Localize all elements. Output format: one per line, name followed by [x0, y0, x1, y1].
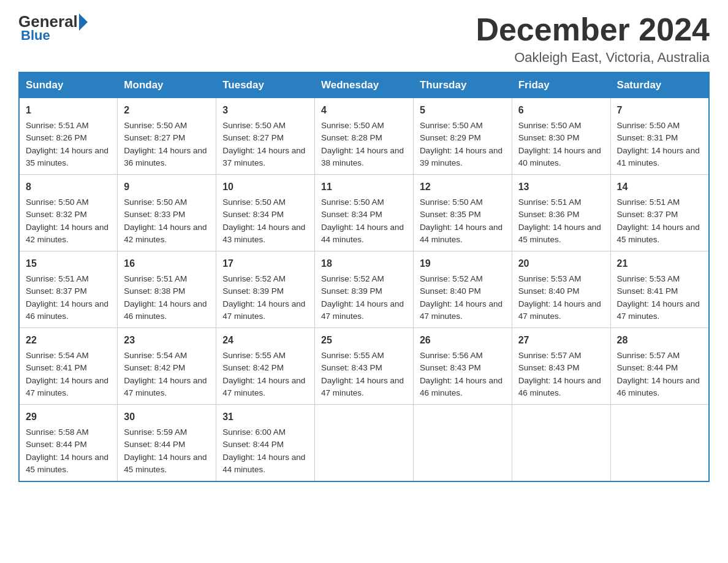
calendar-week-row: 15 Sunrise: 5:51 AM Sunset: 8:37 PM Dayl… — [19, 251, 709, 328]
sunset-label: Sunset: 8:32 PM — [26, 210, 87, 219]
daylight-label: Daylight: 14 hours and 47 minutes. — [124, 376, 207, 397]
sunset-label: Sunset: 8:41 PM — [617, 286, 678, 296]
daylight-label: Daylight: 14 hours and 44 minutes. — [321, 223, 404, 244]
table-row: 23 Sunrise: 5:54 AM Sunset: 8:42 PM Dayl… — [118, 328, 216, 405]
sunrise-label: Sunrise: 5:51 AM — [26, 274, 89, 283]
logo: General Blue — [18, 12, 88, 44]
sunset-label: Sunset: 8:35 PM — [420, 210, 481, 219]
day-number: 19 — [420, 256, 506, 271]
sunset-label: Sunset: 8:44 PM — [222, 440, 284, 449]
day-number: 6 — [518, 103, 604, 118]
table-row: 25 Sunrise: 5:55 AM Sunset: 8:43 PM Dayl… — [315, 328, 414, 405]
table-row: 19 Sunrise: 5:52 AM Sunset: 8:40 PM Dayl… — [413, 251, 512, 328]
table-row: 21 Sunrise: 5:53 AM Sunset: 8:41 PM Dayl… — [610, 251, 709, 328]
logo-triangle-icon — [79, 13, 88, 31]
day-number: 30 — [124, 410, 210, 424]
daylight-label: Daylight: 14 hours and 42 minutes. — [26, 223, 108, 244]
table-row: 27 Sunrise: 5:57 AM Sunset: 8:43 PM Dayl… — [512, 328, 610, 405]
day-number: 17 — [222, 256, 308, 271]
sunrise-label: Sunrise: 5:55 AM — [222, 351, 286, 360]
day-number: 27 — [518, 333, 604, 348]
sunrise-label: Sunrise: 5:55 AM — [321, 351, 384, 360]
sunrise-label: Sunrise: 5:51 AM — [26, 121, 89, 130]
day-number: 9 — [124, 180, 210, 194]
daylight-label: Daylight: 14 hours and 46 minutes. — [124, 299, 207, 321]
day-number: 1 — [26, 103, 111, 118]
sunrise-label: Sunrise: 5:52 AM — [321, 274, 384, 283]
table-row: 24 Sunrise: 5:55 AM Sunset: 8:42 PM Dayl… — [216, 328, 315, 405]
daylight-label: Daylight: 14 hours and 47 minutes. — [26, 376, 108, 397]
table-row: 5 Sunrise: 5:50 AM Sunset: 8:29 PM Dayli… — [413, 98, 512, 175]
sunrise-label: Sunrise: 5:50 AM — [420, 121, 483, 130]
sunrise-label: Sunrise: 5:58 AM — [26, 427, 89, 437]
sunrise-label: Sunrise: 5:51 AM — [518, 197, 582, 207]
table-row — [315, 405, 414, 482]
sunset-label: Sunset: 8:43 PM — [420, 363, 481, 372]
daylight-label: Daylight: 14 hours and 47 minutes. — [420, 299, 502, 321]
table-row: 1 Sunrise: 5:51 AM Sunset: 8:26 PM Dayli… — [19, 98, 118, 175]
table-row: 12 Sunrise: 5:50 AM Sunset: 8:35 PM Dayl… — [413, 175, 512, 251]
daylight-label: Daylight: 14 hours and 40 minutes. — [518, 146, 601, 167]
col-friday: Friday — [512, 72, 610, 98]
calendar-week-row: 22 Sunrise: 5:54 AM Sunset: 8:41 PM Dayl… — [19, 328, 709, 405]
table-row: 6 Sunrise: 5:50 AM Sunset: 8:30 PM Dayli… — [512, 98, 610, 175]
sunset-label: Sunset: 8:27 PM — [124, 133, 185, 142]
day-number: 2 — [124, 103, 210, 118]
table-row: 30 Sunrise: 5:59 AM Sunset: 8:44 PM Dayl… — [118, 405, 216, 482]
sunset-label: Sunset: 8:44 PM — [617, 363, 678, 372]
sunset-label: Sunset: 8:31 PM — [617, 133, 678, 142]
sunset-label: Sunset: 8:39 PM — [321, 286, 382, 296]
sunset-label: Sunset: 8:30 PM — [518, 133, 580, 142]
sunset-label: Sunset: 8:38 PM — [124, 286, 185, 296]
sunset-label: Sunset: 8:34 PM — [222, 210, 284, 219]
sunrise-label: Sunrise: 5:50 AM — [26, 197, 89, 207]
col-monday: Monday — [118, 72, 216, 98]
sunrise-label: Sunrise: 5:54 AM — [124, 351, 187, 360]
main-title: December 2024 — [476, 12, 710, 47]
sunrise-label: Sunrise: 5:53 AM — [518, 274, 582, 283]
sunset-label: Sunset: 8:28 PM — [321, 133, 382, 142]
sunrise-label: Sunrise: 5:50 AM — [617, 121, 680, 130]
daylight-label: Daylight: 14 hours and 46 minutes. — [518, 376, 601, 397]
title-block: December 2024 Oakleigh East, Victoria, A… — [476, 12, 710, 66]
sunset-label: Sunset: 8:37 PM — [26, 286, 87, 296]
daylight-label: Daylight: 14 hours and 42 minutes. — [124, 223, 207, 244]
calendar-week-row: 29 Sunrise: 5:58 AM Sunset: 8:44 PM Dayl… — [19, 405, 709, 482]
sunset-label: Sunset: 8:44 PM — [124, 440, 185, 449]
sunrise-label: Sunrise: 5:59 AM — [124, 427, 187, 437]
sunrise-label: Sunrise: 5:52 AM — [222, 274, 286, 283]
col-wednesday: Wednesday — [315, 72, 414, 98]
table-row — [413, 405, 512, 482]
sunrise-label: Sunrise: 6:00 AM — [222, 427, 286, 437]
col-saturday: Saturday — [610, 72, 709, 98]
daylight-label: Daylight: 14 hours and 37 minutes. — [222, 146, 305, 167]
daylight-label: Daylight: 14 hours and 47 minutes. — [222, 376, 305, 397]
daylight-label: Daylight: 14 hours and 46 minutes. — [420, 376, 502, 397]
table-row: 8 Sunrise: 5:50 AM Sunset: 8:32 PM Dayli… — [19, 175, 118, 251]
col-tuesday: Tuesday — [216, 72, 315, 98]
sunset-label: Sunset: 8:27 PM — [222, 133, 284, 142]
sunrise-label: Sunrise: 5:56 AM — [420, 351, 483, 360]
day-number: 8 — [26, 180, 111, 194]
day-number: 18 — [321, 256, 407, 271]
day-number: 21 — [617, 256, 702, 271]
daylight-label: Daylight: 14 hours and 43 minutes. — [222, 223, 305, 244]
table-row: 28 Sunrise: 5:57 AM Sunset: 8:44 PM Dayl… — [610, 328, 709, 405]
table-row: 7 Sunrise: 5:50 AM Sunset: 8:31 PM Dayli… — [610, 98, 709, 175]
sunrise-label: Sunrise: 5:50 AM — [321, 197, 384, 207]
table-row: 26 Sunrise: 5:56 AM Sunset: 8:43 PM Dayl… — [413, 328, 512, 405]
table-row: 29 Sunrise: 5:58 AM Sunset: 8:44 PM Dayl… — [19, 405, 118, 482]
sunrise-label: Sunrise: 5:52 AM — [420, 274, 483, 283]
daylight-label: Daylight: 14 hours and 47 minutes. — [321, 299, 404, 321]
day-number: 4 — [321, 103, 407, 118]
daylight-label: Daylight: 14 hours and 39 minutes. — [420, 146, 502, 167]
table-row: 13 Sunrise: 5:51 AM Sunset: 8:36 PM Dayl… — [512, 175, 610, 251]
sunset-label: Sunset: 8:42 PM — [222, 363, 284, 372]
sunset-label: Sunset: 8:37 PM — [617, 210, 678, 219]
sunset-label: Sunset: 8:43 PM — [321, 363, 382, 372]
daylight-label: Daylight: 14 hours and 45 minutes. — [26, 453, 108, 474]
sunset-label: Sunset: 8:33 PM — [124, 210, 185, 219]
day-number: 10 — [222, 180, 308, 194]
day-number: 28 — [617, 333, 702, 348]
table-row: 15 Sunrise: 5:51 AM Sunset: 8:37 PM Dayl… — [19, 251, 118, 328]
